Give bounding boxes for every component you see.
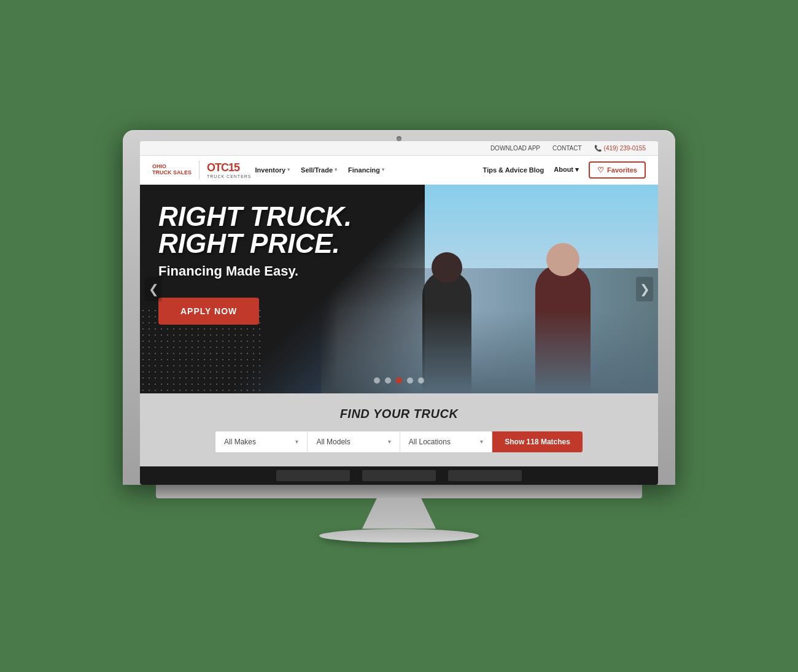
- contact-link[interactable]: CONTACT: [552, 145, 582, 152]
- search-bar: All Makes ▾ All Models ▾ All Locations ▾…: [215, 431, 583, 453]
- otc-logo[interactable]: OTC15 Truck Centers: [207, 161, 252, 179]
- website: DOWNLOAD APP CONTACT 📞 (419) 239-0155 Oh…: [140, 141, 658, 485]
- phone-icon: 📞: [594, 145, 602, 152]
- phone-number[interactable]: 📞 (419) 239-0155: [594, 145, 646, 152]
- download-app-link[interactable]: DOWNLOAD APP: [490, 145, 540, 152]
- sell-trade-caret-icon: ▾: [335, 167, 337, 172]
- bottom-block-3: [448, 470, 522, 481]
- slide-dot-4[interactable]: [407, 377, 413, 384]
- monitor-base: [319, 529, 479, 543]
- tips-advice-blog-link[interactable]: Tips & Advice Blog: [483, 166, 544, 174]
- screen: DOWNLOAD APP CONTACT 📞 (419) 239-0155 Oh…: [140, 141, 658, 485]
- bottom-partial-bar: [140, 466, 658, 485]
- sell-trade-nav-link[interactable]: Sell/Trade ▾: [301, 166, 337, 174]
- hero-slide-dots: [374, 377, 424, 384]
- inventory-caret-icon: ▾: [287, 167, 290, 172]
- monitor-shell: DOWNLOAD APP CONTACT 📞 (419) 239-0155 Oh…: [123, 130, 675, 543]
- slide-dot-1[interactable]: [374, 377, 380, 384]
- top-utility-bar: DOWNLOAD APP CONTACT 📞 (419) 239-0155: [140, 141, 658, 156]
- bottom-block-2: [362, 470, 436, 481]
- makes-caret-icon: ▾: [295, 438, 298, 445]
- show-matches-button[interactable]: Show 118 Matches: [492, 431, 583, 452]
- hero-headline-line1: RIGHT TRUCK.: [158, 203, 352, 230]
- about-caret-icon: ▾: [575, 166, 579, 173]
- search-section: FIND YOUR TRUCK All Makes ▾ All Models ▾…: [140, 393, 658, 466]
- hero-subheadline: Financing Made Easy.: [158, 263, 352, 279]
- apply-now-button[interactable]: APPLY NOW: [158, 298, 259, 325]
- locations-caret-icon: ▾: [480, 438, 483, 445]
- slide-dot-5[interactable]: [418, 377, 424, 384]
- monitor-neck: [362, 498, 436, 529]
- slide-dot-2[interactable]: [385, 377, 391, 384]
- heart-icon: ♡: [597, 166, 604, 174]
- bottom-block-1: [276, 470, 350, 481]
- nav-logo-area: Ohio Truck Sales OTC15 Truck Centers: [152, 161, 384, 179]
- monitor-bottom-bezel: [156, 485, 642, 498]
- makes-select[interactable]: All Makes ▾: [215, 431, 308, 452]
- nav-primary-links: Inventory ▾ Sell/Trade ▾ Financing ▾: [255, 166, 384, 174]
- hero-section: RIGHT TRUCK. RIGHT PRICE. Financing Made…: [140, 185, 658, 393]
- navbar: Ohio Truck Sales OTC15 Truck Centers: [140, 156, 658, 185]
- logo-divider: [199, 161, 200, 179]
- otc-logo-text: OTC15: [207, 161, 252, 174]
- person2-silhouette: [535, 265, 591, 393]
- hero-headline-line2: RIGHT PRICE.: [158, 230, 352, 257]
- locations-select[interactable]: All Locations ▾: [400, 431, 492, 452]
- ohio-text-line2: Truck Sales: [152, 170, 192, 176]
- truck-centers-label: Truck Centers: [207, 174, 252, 179]
- slide-dot-3[interactable]: [396, 377, 402, 384]
- hero-prev-arrow[interactable]: ❮: [145, 277, 162, 301]
- models-select[interactable]: All Models ▾: [308, 431, 400, 452]
- person1-silhouette: [422, 271, 471, 393]
- financing-caret-icon: ▾: [382, 167, 384, 172]
- models-caret-icon: ▾: [388, 438, 391, 445]
- nav-right-area: Tips & Advice Blog About ▾ ♡ Favorites: [483, 161, 646, 179]
- about-nav-link[interactable]: About ▾: [554, 166, 579, 174]
- favorites-button[interactable]: ♡ Favorites: [589, 161, 646, 179]
- find-your-truck-title: FIND YOUR TRUCK: [158, 407, 640, 421]
- inventory-nav-link[interactable]: Inventory ▾: [255, 166, 290, 174]
- monitor-bezel: DOWNLOAD APP CONTACT 📞 (419) 239-0155 Oh…: [123, 130, 675, 485]
- hero-next-arrow[interactable]: ❯: [636, 277, 653, 301]
- ohio-truck-logo[interactable]: Ohio Truck Sales: [152, 164, 192, 176]
- financing-nav-link[interactable]: Financing ▾: [348, 166, 384, 174]
- hero-text-block: RIGHT TRUCK. RIGHT PRICE. Financing Made…: [158, 203, 352, 325]
